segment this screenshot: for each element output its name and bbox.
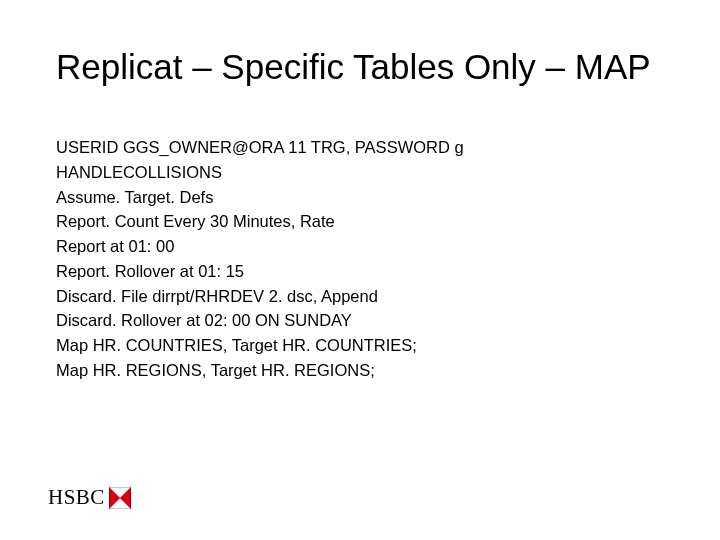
config-line: USERID GGS_OWNER@ORA 11 TRG, PASSWORD g [56, 135, 660, 160]
config-line: Map HR. REGIONS, Target HR. REGIONS; [56, 358, 660, 383]
config-line: Map HR. COUNTRIES, Target HR. COUNTRIES; [56, 333, 660, 358]
slide-body: USERID GGS_OWNER@ORA 11 TRG, PASSWORD g … [56, 135, 660, 383]
config-line: Report. Count Every 30 Minutes, Rate [56, 209, 660, 234]
config-line: HANDLECOLLISIONS [56, 160, 660, 185]
slide-title: Replicat – Specific Tables Only – MAP [56, 48, 680, 87]
config-line: Report at 01: 00 [56, 234, 660, 259]
logo-text: HSBC [48, 485, 105, 510]
hsbc-hexagon-icon [109, 487, 131, 509]
hsbc-logo: HSBC [48, 485, 131, 510]
config-line: Assume. Target. Defs [56, 185, 660, 210]
config-line: Discard. File dirrpt/RHRDEV 2. dsc, Appe… [56, 284, 660, 309]
slide-container: Replicat – Specific Tables Only – MAP US… [0, 0, 720, 540]
config-line: Report. Rollover at 01: 15 [56, 259, 660, 284]
config-line: Discard. Rollover at 02: 00 ON SUNDAY [56, 308, 660, 333]
